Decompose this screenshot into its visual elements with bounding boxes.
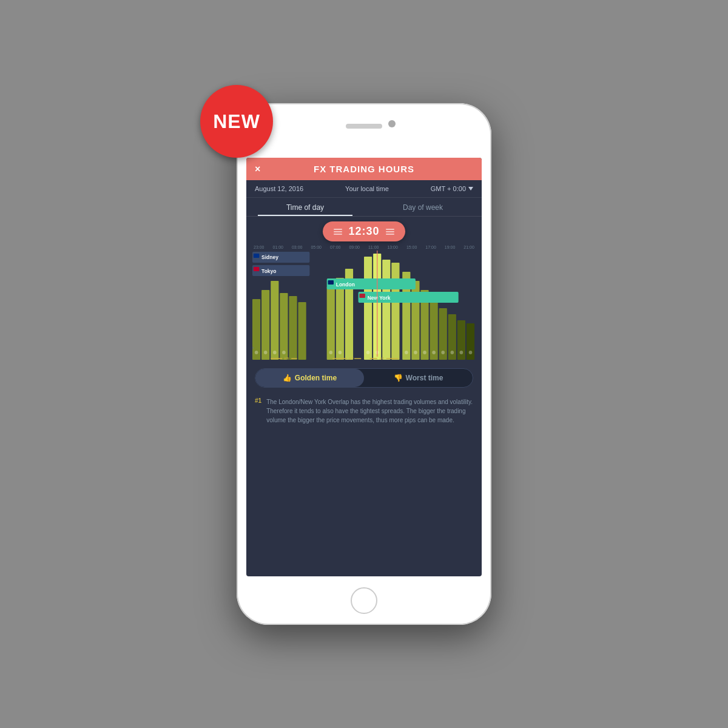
phone-home-button[interactable] xyxy=(351,587,377,614)
svg-rect-6 xyxy=(327,287,335,360)
svg-rect-38 xyxy=(254,254,259,258)
thumbs-up-icon: 👍 xyxy=(283,374,292,382)
chevron-down-icon xyxy=(468,187,473,190)
phone-camera xyxy=(388,120,396,127)
local-time-label: Your local time xyxy=(345,185,389,192)
app-subheader: August 12, 2016 Your local time GMT + 0:… xyxy=(246,180,482,198)
svg-rect-37 xyxy=(252,252,309,263)
svg-point-24 xyxy=(282,351,286,354)
description-section: #1 The London/New York Overlap has the h… xyxy=(246,394,482,436)
app-header: × FX TRADING HOURS xyxy=(246,158,482,180)
svg-rect-5 xyxy=(298,302,306,360)
phone-mockup: NEW × FX TRADING HOURS August 12, 2016 Y… xyxy=(237,103,491,625)
svg-point-21 xyxy=(255,351,258,354)
svg-point-30 xyxy=(414,351,417,354)
svg-rect-9 xyxy=(364,257,372,360)
golden-time-button[interactable]: 👍 Golden time xyxy=(255,369,364,387)
right-handle[interactable] xyxy=(386,229,394,235)
svg-point-29 xyxy=(405,351,408,354)
thumbs-down-icon: 👎 xyxy=(394,374,403,382)
worst-time-button[interactable]: 👎 Worst time xyxy=(364,369,473,387)
chart-area: 23:00 01:00 03:00 05:00 07:00 09:00 11:0… xyxy=(246,244,482,362)
svg-text:#3: #3 xyxy=(284,356,289,360)
time-axis: 23:00 01:00 03:00 05:00 07:00 09:00 11:0… xyxy=(252,245,476,249)
svg-rect-11 xyxy=(382,260,390,360)
svg-point-26 xyxy=(339,351,342,354)
phone-frame: × FX TRADING HOURS August 12, 2016 Your … xyxy=(237,103,491,625)
tab-time-of-day[interactable]: Time of day xyxy=(246,198,364,216)
svg-text:#1: #1 xyxy=(379,356,384,360)
svg-point-36 xyxy=(469,351,473,354)
svg-rect-47 xyxy=(359,294,365,298)
svg-rect-7 xyxy=(336,278,344,360)
svg-text:Trading volume: Trading volume xyxy=(252,329,254,360)
slider-section: 12:30 xyxy=(246,217,482,244)
svg-point-33 xyxy=(441,351,445,354)
svg-text:Tokyo: Tokyo xyxy=(261,268,276,274)
desc-item-1: #1 The London/New York Overlap has the h… xyxy=(255,397,473,425)
svg-rect-4 xyxy=(289,296,297,360)
svg-point-23 xyxy=(273,351,277,354)
svg-point-22 xyxy=(264,351,268,354)
gmt-selector[interactable]: GMT + 0:00 xyxy=(431,185,473,192)
svg-rect-40 xyxy=(252,265,309,276)
svg-point-32 xyxy=(432,351,436,354)
svg-rect-12 xyxy=(391,263,399,360)
svg-rect-41 xyxy=(254,267,259,271)
svg-rect-44 xyxy=(328,280,334,285)
left-handle[interactable] xyxy=(334,229,342,235)
svg-rect-2 xyxy=(271,281,278,360)
svg-rect-1 xyxy=(261,290,269,360)
svg-point-25 xyxy=(329,351,332,354)
app-title: FX TRADING HOURS xyxy=(314,164,414,174)
svg-text:Sidney: Sidney xyxy=(261,254,278,260)
phone-speaker xyxy=(346,124,382,129)
svg-point-27 xyxy=(366,351,370,354)
svg-point-35 xyxy=(460,351,463,354)
svg-point-34 xyxy=(450,351,454,354)
current-time-value: 12:30 xyxy=(348,225,379,238)
time-slider-pill[interactable]: 12:30 xyxy=(323,221,405,241)
svg-point-31 xyxy=(423,351,426,354)
new-badge: NEW xyxy=(200,85,273,158)
time-mode-buttons: 👍 Golden time 👎 Worst time xyxy=(255,368,473,388)
tabs-row: Time of day Day of week xyxy=(246,198,482,217)
svg-rect-3 xyxy=(280,293,288,360)
trading-chart: Sidney Tokyo London New York Trading vol… xyxy=(252,251,476,360)
app-screen: × FX TRADING HOURS August 12, 2016 Your … xyxy=(246,158,482,576)
date-label: August 12, 2016 xyxy=(255,185,303,192)
tab-day-of-week[interactable]: Day of week xyxy=(364,198,482,216)
svg-text:London: London xyxy=(336,281,355,288)
svg-text:#2: #2 xyxy=(349,356,354,360)
close-button[interactable]: × xyxy=(255,164,260,175)
svg-text:New York: New York xyxy=(368,295,391,301)
